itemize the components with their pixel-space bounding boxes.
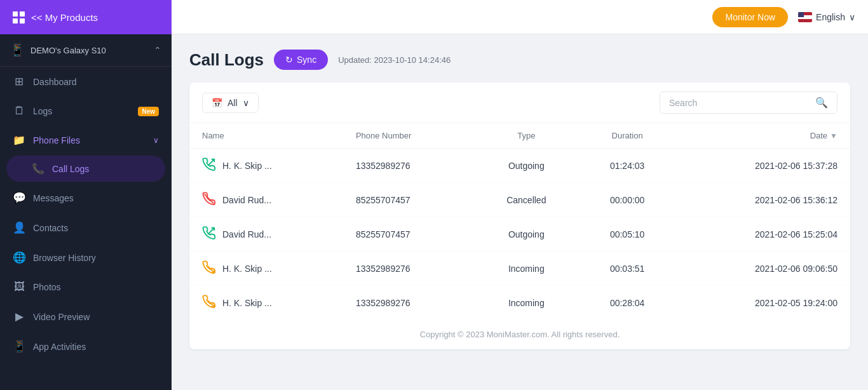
cell-name: David Rud... bbox=[189, 217, 343, 252]
device-info: 📱 DEMO's Galaxy S10 bbox=[10, 43, 106, 57]
cell-name: H. K. Skip ... bbox=[189, 286, 343, 320]
table-row: H. K. Skip ... 13352989276 Incoming 00:2… bbox=[189, 286, 850, 320]
sidebar-item-dashboard[interactable]: ⊞ Dashboard bbox=[0, 67, 172, 97]
device-name: DEMO's Galaxy S10 bbox=[31, 46, 106, 55]
call-logs-table: Name Phone Number Type Duration Date ▼ bbox=[189, 123, 850, 319]
svg-line-1 bbox=[205, 194, 214, 204]
cell-duration: 00:00:00 bbox=[579, 183, 676, 217]
browser-history-icon: 🌐 bbox=[13, 251, 25, 264]
chevron-down-icon: ∨ bbox=[243, 98, 249, 108]
cell-duration: 00:03:51 bbox=[579, 252, 676, 286]
footer-text: Copyright © 2023 MoniMaster.com. All rig… bbox=[189, 319, 850, 349]
phone-files-icon: 📁 bbox=[13, 134, 25, 146]
sidebar-item-label: Contacts bbox=[33, 223, 68, 233]
main-content: Monitor Now English ∨ Call Logs ↻ Sync U… bbox=[172, 0, 868, 390]
call-logs-icon: 📞 bbox=[32, 163, 44, 175]
dashboard-icon: ⊞ bbox=[13, 75, 25, 88]
device-section[interactable]: 📱 DEMO's Galaxy S10 ⌃ bbox=[0, 34, 172, 67]
svg-line-0 bbox=[208, 159, 214, 166]
phone-files-section: 📁 Phone Files ∨ 📞 Call Logs bbox=[0, 126, 172, 183]
chevron-down-icon: ∨ bbox=[153, 136, 159, 145]
flag-icon bbox=[798, 12, 812, 22]
sidebar-item-phone-files[interactable]: 📁 Phone Files ∨ bbox=[0, 126, 172, 154]
cell-date: 2021-02-06 09:06:50 bbox=[675, 252, 850, 286]
sidebar-header-left: << My Products bbox=[13, 11, 98, 24]
video-preview-icon: ▶ bbox=[13, 310, 25, 323]
sidebar-item-call-logs[interactable]: 📞 Call Logs bbox=[6, 156, 165, 182]
call-type-icon bbox=[202, 295, 216, 311]
device-chevron-icon[interactable]: ⌃ bbox=[154, 45, 161, 55]
sidebar-logo bbox=[13, 11, 25, 24]
cell-type: Outgoing bbox=[474, 217, 579, 252]
svg-line-2 bbox=[208, 228, 214, 234]
messages-icon: 💬 bbox=[13, 191, 25, 205]
filter-dropdown[interactable]: 📅 All ∨ bbox=[202, 93, 259, 113]
col-header-phone: Phone Number bbox=[343, 123, 474, 149]
cell-type: Incoming bbox=[474, 252, 579, 286]
cell-type: Incoming bbox=[474, 286, 579, 320]
sidebar-item-logs[interactable]: 🗒 Logs New bbox=[0, 97, 172, 126]
search-input[interactable] bbox=[669, 98, 810, 108]
sidebar-item-messages[interactable]: 💬 Messages bbox=[0, 183, 172, 213]
sidebar-item-app-activities[interactable]: 📱 App Activities bbox=[0, 332, 172, 361]
monitor-now-button[interactable]: Monitor Now bbox=[712, 7, 788, 27]
cell-duration: 01:24:03 bbox=[579, 149, 676, 183]
sidebar-item-label: Browser History bbox=[33, 253, 96, 263]
cell-phone: 13352989276 bbox=[343, 149, 474, 183]
sync-button[interactable]: ↻ Sync bbox=[274, 50, 328, 70]
sidebar-item-contacts[interactable]: 👤 Contacts bbox=[0, 213, 172, 243]
table-header: Name Phone Number Type Duration Date ▼ bbox=[189, 123, 850, 149]
sync-icon: ↻ bbox=[285, 55, 293, 65]
page-header: Call Logs ↻ Sync Updated: 2023-10-10 14:… bbox=[189, 50, 850, 70]
search-box[interactable]: 🔍 bbox=[660, 91, 837, 114]
sidebar-item-label: Messages bbox=[33, 193, 74, 203]
cell-duration: 00:28:04 bbox=[579, 286, 676, 320]
sidebar-item-label: Photos bbox=[33, 282, 61, 292]
sidebar-item-label: Video Preview bbox=[33, 312, 90, 322]
top-bar: Monitor Now English ∨ bbox=[172, 0, 868, 34]
sidebar-item-photos[interactable]: 🖼 Photos bbox=[0, 272, 172, 302]
col-header-duration: Duration bbox=[579, 123, 676, 149]
sidebar-item-video-preview[interactable]: ▶ Video Preview bbox=[0, 302, 172, 332]
cell-name: H. K. Skip ... bbox=[189, 252, 343, 286]
cell-date: 2021-02-05 19:24:00 bbox=[675, 286, 850, 320]
call-type-icon bbox=[202, 192, 216, 208]
search-icon[interactable]: 🔍 bbox=[815, 97, 828, 109]
language-selector[interactable]: English ∨ bbox=[798, 12, 855, 22]
sidebar-item-label: App Activities bbox=[33, 342, 86, 352]
language-label: English bbox=[816, 12, 845, 22]
sidebar-title: << My Products bbox=[31, 12, 98, 23]
sidebar-item-label: Logs bbox=[33, 106, 52, 116]
sync-button-label: Sync bbox=[297, 55, 316, 65]
call-type-icon bbox=[202, 226, 216, 242]
cell-date: 2021-02-06 15:36:12 bbox=[675, 183, 850, 217]
phone-icon: 📱 bbox=[10, 43, 24, 57]
col-header-type: Type bbox=[474, 123, 579, 149]
col-header-name: Name bbox=[189, 123, 343, 149]
cell-name: H. K. Skip ... bbox=[189, 149, 343, 183]
cell-duration: 00:05:10 bbox=[579, 217, 676, 252]
updated-timestamp: Updated: 2023-10-10 14:24:46 bbox=[338, 55, 451, 65]
contacts-icon: 👤 bbox=[13, 221, 25, 234]
logs-icon: 🗒 bbox=[13, 105, 25, 118]
cell-phone: 85255707457 bbox=[343, 217, 474, 252]
cell-phone: 13352989276 bbox=[343, 252, 474, 286]
call-logs-table-container: 📅 All ∨ 🔍 Name Phone Number Type Duratio… bbox=[189, 83, 850, 349]
table-toolbar: 📅 All ∨ 🔍 bbox=[189, 83, 850, 123]
filter-value: All bbox=[227, 98, 238, 108]
cell-phone: 85255707457 bbox=[343, 183, 474, 217]
app-activities-icon: 📱 bbox=[13, 340, 25, 353]
new-badge: New bbox=[138, 107, 159, 116]
date-label: Date bbox=[810, 131, 827, 140]
content-area: Call Logs ↻ Sync Updated: 2023-10-10 14:… bbox=[172, 34, 868, 390]
sort-icon: ▼ bbox=[830, 131, 837, 140]
call-type-icon bbox=[202, 158, 216, 173]
table-row: H. K. Skip ... 13352989276 Outgoing 01:2… bbox=[189, 149, 850, 183]
cell-date: 2021-02-06 15:25:04 bbox=[675, 217, 850, 252]
sidebar-header: << My Products bbox=[0, 0, 172, 34]
sidebar-item-browser-history[interactable]: 🌐 Browser History bbox=[0, 243, 172, 272]
cell-type: Cancelled bbox=[474, 183, 579, 217]
col-header-date[interactable]: Date ▼ bbox=[675, 123, 850, 149]
table-row: David Rud... 85255707457 Cancelled 00:00… bbox=[189, 183, 850, 217]
calendar-icon: 📅 bbox=[212, 98, 222, 108]
